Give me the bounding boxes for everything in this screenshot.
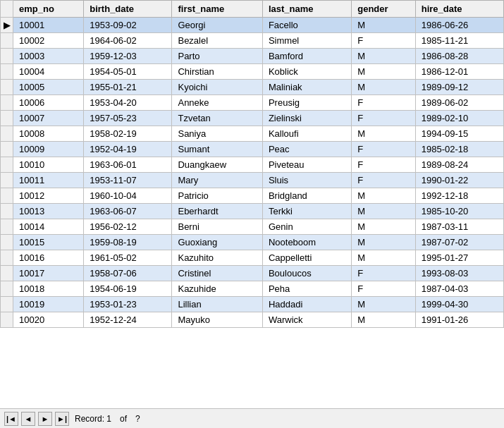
cell-hire_date: 1989-09-12 [415, 80, 503, 95]
cell-first_name: Eberhardt [172, 204, 262, 219]
cell-last_name: Simmel [262, 33, 351, 49]
col-header-emp-no[interactable]: emp_no [13, 1, 84, 18]
cell-birth_date: 1953-01-23 [84, 297, 172, 312]
row-selector [1, 188, 13, 204]
cell-first_name: Chirstian [172, 64, 262, 80]
cell-gender: F [352, 95, 416, 111]
cell-hire_date: 1999-04-30 [415, 297, 503, 312]
table-row[interactable]: 100131963-06-07EberhardtTerkkiM1985-10-2… [1, 204, 504, 219]
table-row[interactable]: 100171958-07-06CristinelBouloucosF1993-0… [1, 266, 504, 281]
cell-first_name: Duangkaew [172, 157, 262, 173]
table-row[interactable]: 100071957-05-23TzvetanZielinskiF1989-02-… [1, 111, 504, 126]
cell-gender: M [352, 18, 416, 33]
col-header-hire-date[interactable]: hire_date [415, 1, 503, 18]
table-row[interactable]: 100061953-04-20AnnekePreusigF1989-06-02 [1, 95, 504, 111]
table-row[interactable]: 100081958-02-19SaniyaKalloufiM1994-09-15 [1, 126, 504, 142]
cell-gender: F [352, 266, 416, 281]
cell-birth_date: 1953-04-20 [84, 95, 172, 111]
cell-birth_date: 1963-06-01 [84, 157, 172, 173]
col-header-birth-date[interactable]: birth_date [84, 1, 172, 18]
cell-gender: M [352, 219, 416, 235]
nav-last-button[interactable]: ►| [55, 412, 69, 426]
cell-emp_no: 10016 [13, 250, 84, 266]
cell-emp_no: 10005 [13, 80, 84, 95]
table-row[interactable]: 100141956-02-12BerniGeninM1987-03-11 [1, 219, 504, 235]
cell-gender: M [352, 64, 416, 80]
table-row[interactable]: 100051955-01-21KyoichiMaliniakM1989-09-1… [1, 80, 504, 95]
cell-last_name: Koblick [262, 64, 351, 80]
cell-hire_date: 1985-02-18 [415, 142, 503, 157]
cell-gender: F [352, 157, 416, 173]
cell-emp_no: 10011 [13, 173, 84, 188]
cell-last_name: Piveteau [262, 157, 351, 173]
row-selector [1, 219, 13, 235]
table-row[interactable]: 100151959-08-19GuoxiangNooteboomM1987-07… [1, 235, 504, 250]
cell-first_name: Mayuko [172, 312, 262, 328]
cell-last_name: Warwick [262, 312, 351, 328]
nav-first-button[interactable]: |◄ [4, 412, 18, 426]
table-row[interactable]: 100041954-05-01ChirstianKoblickM1986-12-… [1, 64, 504, 80]
cell-emp_no: 10001 [13, 18, 84, 33]
cell-emp_no: 10007 [13, 111, 84, 126]
col-header-last-name[interactable]: last_name [262, 1, 351, 18]
table-row[interactable]: 100181954-06-19KazuhidePehaF1987-04-03 [1, 281, 504, 297]
cell-hire_date: 1994-09-15 [415, 126, 503, 142]
cell-gender: F [352, 281, 416, 297]
cell-first_name: Mary [172, 173, 262, 188]
footer-total: ? [135, 414, 140, 424]
cell-last_name: Peha [262, 281, 351, 297]
table-row[interactable]: 100121960-10-04PatricioBridglandM1992-12… [1, 188, 504, 204]
table-row[interactable]: ▶100011953-09-02GeorgiFacelloM1986-06-26 [1, 18, 504, 33]
table-row[interactable]: 100031959-12-03PartoBamfordM1986-08-28 [1, 49, 504, 64]
cell-last_name: Maliniak [262, 80, 351, 95]
table-row[interactable]: 100191953-01-23LillianHaddadiM1999-04-30 [1, 297, 504, 312]
cell-gender: M [352, 188, 416, 204]
data-table: emp_no birth_date first_name last_name g… [0, 0, 504, 328]
cell-emp_no: 10019 [13, 297, 84, 312]
cell-birth_date: 1959-08-19 [84, 235, 172, 250]
cell-first_name: Guoxiang [172, 235, 262, 250]
header-row: emp_no birth_date first_name last_name g… [1, 1, 504, 18]
cell-emp_no: 10006 [13, 95, 84, 111]
cell-birth_date: 1955-01-21 [84, 80, 172, 95]
cell-gender: M [352, 235, 416, 250]
cell-gender: M [352, 80, 416, 95]
cell-first_name: Anneke [172, 95, 262, 111]
row-selector [1, 111, 13, 126]
cell-emp_no: 10002 [13, 33, 84, 49]
cell-first_name: Georgi [172, 18, 262, 33]
footer: |◄ ◄ ► ►| Record: 1 of ? [0, 408, 504, 428]
cell-hire_date: 1991-01-26 [415, 312, 503, 328]
table-row[interactable]: 100021964-06-02BezalelSimmelF1985-11-21 [1, 33, 504, 49]
cell-first_name: Lillian [172, 297, 262, 312]
row-selector: ▶ [1, 18, 13, 33]
col-header-first-name[interactable]: first_name [172, 1, 262, 18]
cell-first_name: Kyoichi [172, 80, 262, 95]
cell-birth_date: 1956-02-12 [84, 219, 172, 235]
row-selector [1, 173, 13, 188]
cell-birth_date: 1957-05-23 [84, 111, 172, 126]
cell-hire_date: 1985-10-20 [415, 204, 503, 219]
cell-hire_date: 1986-06-26 [415, 18, 503, 33]
cell-birth_date: 1958-02-19 [84, 126, 172, 142]
table-row[interactable]: 100101963-06-01DuangkaewPiveteauF1989-08… [1, 157, 504, 173]
table-row[interactable]: 100091952-04-19SumantPeacF1985-02-18 [1, 142, 504, 157]
table-row[interactable]: 100201952-12-24MayukoWarwickM1991-01-26 [1, 312, 504, 328]
nav-prev-button[interactable]: ◄ [21, 412, 35, 426]
cell-birth_date: 1961-05-02 [84, 250, 172, 266]
cell-birth_date: 1959-12-03 [84, 49, 172, 64]
table-row[interactable]: 100111953-11-07MarySluisF1990-01-22 [1, 173, 504, 188]
row-selector [1, 80, 13, 95]
cell-hire_date: 1993-08-03 [415, 266, 503, 281]
table-row[interactable]: 100161961-05-02KazuhitoCappellettiM1995-… [1, 250, 504, 266]
table-container: emp_no birth_date first_name last_name g… [0, 0, 504, 428]
row-selector [1, 281, 13, 297]
cell-last_name: Genin [262, 219, 351, 235]
cell-emp_no: 10012 [13, 188, 84, 204]
cell-birth_date: 1964-06-02 [84, 33, 172, 49]
col-header-gender[interactable]: gender [352, 1, 416, 18]
row-selector [1, 126, 13, 142]
cell-gender: M [352, 126, 416, 142]
nav-next-button[interactable]: ► [38, 412, 52, 426]
cell-birth_date: 1953-11-07 [84, 173, 172, 188]
